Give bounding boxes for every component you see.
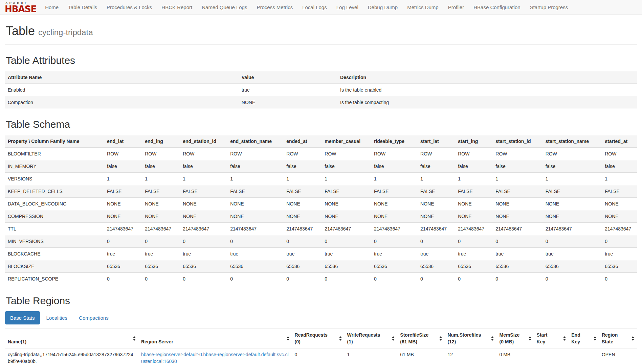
region-name-cell: cycling-tripdata,,1719475156245.e95d0a13… (5, 348, 138, 364)
schema-value-cell: NONE (418, 198, 455, 210)
schema-value-cell: ROW (493, 148, 543, 160)
nav-item-metrics-dump[interactable]: Metrics Dump (402, 0, 443, 15)
divider (5, 44, 637, 45)
sort-up-arrow-icon (563, 336, 566, 338)
schema-family-header-rideable-type: rideable_type (371, 135, 418, 148)
column-header-num-storefiles[interactable]: Num.Storefiles(12) (445, 329, 496, 348)
nav-item-debug-dump[interactable]: Debug Dump (363, 0, 402, 15)
column-header-end-key[interactable]: EndKey (569, 329, 599, 348)
sort-icon[interactable] (133, 336, 136, 341)
attribute-name-cell: Compaction (5, 96, 239, 109)
schema-value-cell: true (543, 248, 602, 260)
attribute-description-cell: Is the table compacting (337, 96, 637, 109)
column-header-mem-size[interactable]: MemSize(0 MB) (496, 329, 534, 348)
schema-value-cell: NONE (455, 198, 493, 210)
sort-icon[interactable] (632, 336, 634, 341)
schema-family-header-start-lat: start_lat (418, 135, 455, 148)
column-header-name[interactable]: Name(1) (5, 329, 138, 348)
schema-family-header-end-lng: end_lng (142, 135, 180, 148)
schema-value-cell: 2147483647 (371, 223, 418, 235)
schema-value-cell: NONE (322, 198, 371, 210)
schema-value-cell: 1 (104, 173, 142, 185)
schema-family-header-member-casual: member_casual (322, 135, 371, 148)
column-header-storefile-size[interactable]: StorefileSize(61 MB) (397, 329, 445, 348)
schema-value-cell: 0 (284, 273, 322, 285)
table-row: IN_MEMORYfalsefalsefalsefalsefalsefalsef… (5, 160, 637, 173)
main-content: Table cycling-tripdata Table Attributes … (0, 24, 642, 364)
table-row: BLOOMFILTERROWROWROWROWROWROWROWROWROWRO… (5, 148, 637, 160)
schema-value-cell: false (284, 160, 322, 173)
column-header-start-key[interactable]: StartKey (534, 329, 569, 348)
schema-value-cell: ROW (227, 148, 284, 160)
schema-value-cell: true (371, 248, 418, 260)
sort-icon[interactable] (491, 336, 494, 341)
schema-value-cell: ROW (371, 148, 418, 160)
schema-value-cell: 65536 (227, 260, 284, 273)
schema-value-cell: 1 (371, 173, 418, 185)
column-header-region-state[interactable]: RegionState (599, 329, 637, 348)
schema-property-name-cell: BLOCKSIZE (5, 260, 104, 273)
nav-item-hbase-configuration[interactable]: HBase Configuration (469, 0, 525, 15)
nav-item-profiler[interactable]: Profiler (443, 0, 469, 15)
schema-value-cell: 0 (142, 273, 180, 285)
schema-value-cell: 0 (284, 235, 322, 248)
sort-up-arrow-icon (491, 336, 494, 338)
schema-value-cell: false (104, 160, 142, 173)
schema-value-cell: true (455, 248, 493, 260)
schema-value-cell: 2147483647 (322, 223, 371, 235)
schema-value-cell: 65536 (180, 260, 227, 273)
table-row: MIN_VERSIONS000000000000 (5, 235, 637, 248)
table-row: KEEP_DELETED_CELLSFALSEFALSEFALSEFALSEFA… (5, 185, 637, 198)
schema-property-name-cell: MIN_VERSIONS (5, 235, 104, 248)
tab-base-stats[interactable]: Base Stats (5, 311, 40, 324)
sort-icon[interactable] (439, 336, 442, 341)
sort-icon[interactable] (563, 336, 566, 341)
sort-icon[interactable] (529, 336, 531, 341)
table-row: VERSIONS111111111111 (5, 173, 637, 185)
schema-value-cell: 0 (371, 273, 418, 285)
sort-down-arrow-icon (491, 339, 494, 341)
schema-property-name-cell: DATA_BLOCK_ENCODING (5, 198, 104, 210)
nav-item-local-logs[interactable]: Local Logs (297, 0, 332, 15)
sort-icon[interactable] (392, 336, 395, 341)
nav-item-log-level[interactable]: Log Level (332, 0, 363, 15)
table-row: cycling-tripdata,,1719475156245.e95d0a13… (5, 348, 637, 364)
tab-compactions[interactable]: Compactions (74, 311, 114, 324)
nav-item-hbck-report[interactable]: HBCK Report (157, 0, 197, 15)
schema-value-cell: false (543, 160, 602, 173)
logo-hbase-text: HBASE (5, 5, 36, 13)
num-storefiles-cell: 12 (445, 348, 496, 364)
nav-item-startup-progress[interactable]: Startup Progress (525, 0, 573, 15)
schema-family-header-start-station-id: start_station_id (493, 135, 543, 148)
write-requests-cell: 1 (345, 348, 398, 364)
schema-value-cell: true (493, 248, 543, 260)
column-header-read-requests[interactable]: ReadRequests(0) (292, 329, 345, 348)
nav-item-named-queue-logs[interactable]: Named Queue Logs (197, 0, 252, 15)
hbase-logo[interactable]: APACHE HBASE (3, 1, 40, 14)
schema-value-cell: 2147483647 (104, 223, 142, 235)
column-label-region-server: Region Server (141, 338, 173, 345)
schema-value-cell: NONE (227, 198, 284, 210)
schema-value-cell: NONE (284, 198, 322, 210)
attribute-name-cell: Enabled (5, 84, 239, 96)
sort-up-arrow-icon (594, 336, 596, 338)
column-label-num-storefiles: Num.Storefiles(12) (447, 332, 481, 345)
column-header-write-requests[interactable]: WriteRequests(1) (345, 329, 398, 348)
schema-family-header-start-lng: start_lng (455, 135, 493, 148)
nav-item-home[interactable]: Home (40, 0, 63, 15)
column-header-region-server[interactable]: Region Server (138, 329, 292, 348)
schema-value-cell: FALSE (418, 185, 455, 198)
nav-item-table-details[interactable]: Table Details (63, 0, 102, 15)
sort-icon[interactable] (594, 336, 596, 341)
schema-value-cell: NONE (455, 210, 493, 223)
nav-item-procedures-locks[interactable]: Procedures & Locks (102, 0, 157, 15)
tab-localities[interactable]: Localities (41, 311, 73, 324)
schema-value-cell: FALSE (104, 185, 142, 198)
region-server-link[interactable]: hbase-regionserver-default-0.hbase-regio… (141, 352, 289, 364)
attributes-heading: Table Attributes (6, 55, 637, 66)
sort-icon[interactable] (339, 336, 342, 341)
schema-value-cell: 0 (455, 273, 493, 285)
nav-item-process-metrics[interactable]: Process Metrics (252, 0, 297, 15)
sort-icon[interactable] (287, 336, 289, 341)
read-requests-cell: 0 (292, 348, 345, 364)
